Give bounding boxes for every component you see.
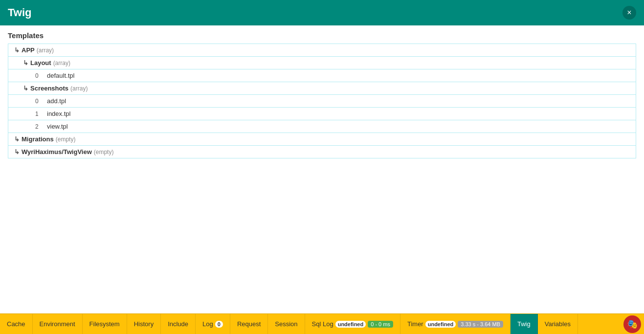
avatar: 🎭 [623, 315, 641, 333]
close-button[interactable]: × [622, 6, 636, 20]
tree-row: 1index.tpl [8, 108, 636, 120]
tree-row: ↳Migrations(empty) [8, 133, 636, 146]
tree-value: add.tpl [47, 97, 66, 105]
app-title: Twig [8, 6, 31, 19]
tree-key: ↳WyriHaximus/TwigView [14, 148, 92, 156]
section-title: Templates [8, 31, 636, 40]
toolbar-badge: undefined [335, 321, 366, 328]
toolbar-label: Include [168, 320, 188, 328]
toolbar-item-history[interactable]: History [127, 314, 161, 334]
toolbar-label: Log [202, 320, 213, 328]
tree-row: 2view.tpl [8, 120, 636, 133]
toolbar-label: Environment [40, 320, 75, 328]
tree-row: 0default.tpl [8, 69, 636, 82]
toolbar-label: Filesystem [89, 320, 120, 328]
toolbar-item-include[interactable]: Include [161, 314, 196, 334]
toolbar-label: History [134, 320, 154, 328]
toolbar-spacer [578, 314, 621, 334]
toolbar-item-cache[interactable]: Cache [0, 314, 33, 334]
tree-index: 0 [35, 72, 43, 79]
tree-key: ↳Screenshots [23, 85, 68, 92]
tree-row: ↳APP(array) [8, 44, 636, 57]
toolbar-item-session[interactable]: Session [268, 314, 305, 334]
toolbar-badge: undefined [425, 321, 456, 328]
tree-index: 2 [35, 123, 43, 130]
tree-row: ↳Screenshots(array) [8, 82, 636, 95]
tree-type: (array) [70, 85, 88, 92]
toolbar-item-sqllog[interactable]: Sql Logundefined0 - 0 ms [305, 314, 400, 334]
tree-type: (empty) [56, 136, 76, 143]
tree-type: (empty) [94, 149, 114, 156]
main-content: Templates ↳APP(array)↳Layout(array)0defa… [0, 25, 644, 313]
tree-index: 1 [35, 111, 43, 117]
toolbar-label: Variables [545, 320, 571, 328]
tree-key: ↳Migrations [14, 135, 54, 143]
tree-value: view.tpl [47, 123, 68, 130]
toolbar-label: Request [237, 320, 261, 328]
toolbar-label: Timer [407, 320, 423, 328]
tree-key: ↳Layout [23, 59, 51, 67]
toolbar-label: Twig [517, 320, 531, 328]
toolbar-item-variables[interactable]: Variables [538, 314, 578, 334]
toolbar-item-filesystem[interactable]: Filesystem [83, 314, 127, 334]
toolbar-badge-green: 0 - 0 ms [368, 321, 393, 328]
tree-row: 0add.tpl [8, 95, 636, 108]
toolbar-item-log[interactable]: Log0 [196, 314, 230, 334]
toolbar-item-request[interactable]: Request [230, 314, 268, 334]
tree-type: (array) [53, 60, 70, 67]
toolbar-badge: 0 [215, 321, 223, 328]
tree-row: ↳Layout(array) [8, 57, 636, 69]
toolbar-label: Session [275, 320, 297, 328]
toolbar-label: Cache [7, 320, 25, 328]
toolbar-badge-gray: 3.33 s - 3.64 MB [458, 321, 503, 328]
tree-row: ↳WyriHaximus/TwigView(empty) [8, 146, 636, 158]
templates-tree: ↳APP(array)↳Layout(array)0default.tpl↳Sc… [8, 44, 636, 158]
toolbar-label: Sql Log [312, 320, 333, 328]
tree-type: (array) [37, 47, 54, 54]
header: Twig × [0, 0, 644, 25]
toolbar-item-timer[interactable]: Timerundefined3.33 s - 3.64 MB [400, 314, 511, 334]
toolbar-item-twig[interactable]: Twig [511, 314, 538, 334]
tree-value: index.tpl [47, 110, 70, 117]
toolbar-item-environment[interactable]: Environment [33, 314, 83, 334]
bottom-toolbar: CacheEnvironmentFilesystemHistoryInclude… [0, 313, 644, 334]
tree-index: 0 [35, 98, 43, 105]
tree-key: ↳APP [14, 46, 35, 54]
tree-value: default.tpl [47, 72, 74, 79]
